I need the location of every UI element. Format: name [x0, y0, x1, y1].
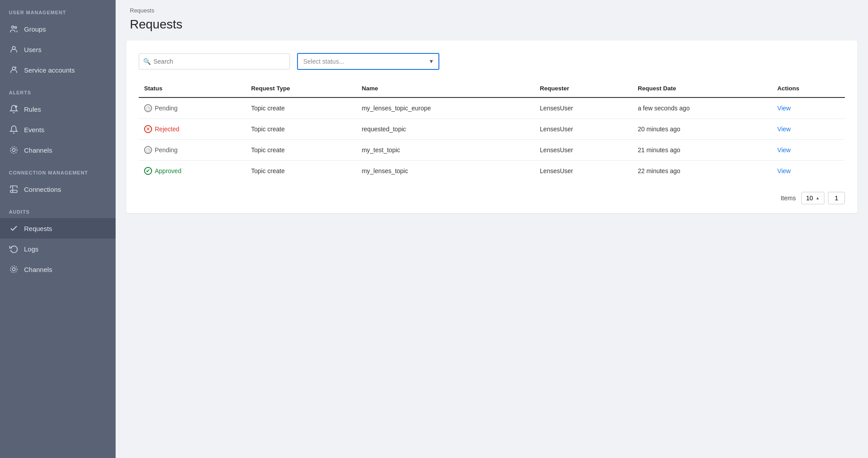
- status-label: Pending: [155, 146, 177, 154]
- sidebar-item-label-events: Events: [24, 126, 44, 134]
- up-down-icon: ▲: [816, 196, 820, 200]
- request-type-cell-0: Topic create: [246, 97, 357, 119]
- status-cell-2: ◷Pending: [139, 140, 246, 161]
- requester-cell-0: LensesUser: [534, 97, 632, 119]
- col-header-name: Name: [356, 81, 534, 97]
- sidebar-item-label-service-accounts: Service accounts: [24, 66, 75, 74]
- sidebar-item-label-requests: Requests: [24, 225, 52, 232]
- table-header-row: StatusRequest TypeNameRequesterRequest D…: [139, 81, 845, 97]
- current-page: 1: [828, 192, 845, 204]
- status-cell-0: ◷Pending: [139, 97, 246, 119]
- channels-icon: [9, 145, 19, 155]
- logs-icon: [9, 244, 19, 254]
- sidebar-item-audit-channels[interactable]: Channels: [0, 259, 116, 280]
- sidebar-item-label-connections: Connections: [24, 186, 61, 193]
- request-type-cell-1: Topic create: [246, 119, 357, 140]
- breadcrumb: Requests: [116, 0, 868, 14]
- table-row: ◷PendingTopic createmy_test_topicLensesU…: [139, 140, 845, 161]
- audit-channels-icon: [9, 264, 19, 274]
- request-type-cell-2: Topic create: [246, 140, 357, 161]
- sidebar-section-connection-management: CONNECTION MANAGEMENT: [0, 160, 116, 179]
- table-body: ◷PendingTopic createmy_lenses_topic_euro…: [139, 97, 845, 181]
- sidebar-section-user-management: USER MANAGEMENT: [0, 0, 116, 19]
- status-label: Rejected: [155, 126, 179, 133]
- users-icon: [9, 45, 19, 54]
- col-header-requester: Requester: [534, 81, 632, 97]
- sidebar-item-rules[interactable]: Rules: [0, 99, 116, 119]
- items-label: Items: [780, 195, 796, 202]
- pagination-row: Items 10 ▲ 1: [139, 192, 845, 204]
- request-type-cell-3: Topic create: [246, 161, 357, 182]
- items-per-page-value: 10: [806, 195, 813, 202]
- request-date-cell-2: 21 minutes ago: [632, 140, 772, 161]
- service-accounts-icon: [9, 65, 19, 75]
- sidebar-item-label-channels: Channels: [24, 146, 52, 154]
- requester-cell-3: LensesUser: [534, 161, 632, 182]
- requester-cell-1: LensesUser: [534, 119, 632, 140]
- sidebar-item-channels[interactable]: Channels: [0, 140, 116, 160]
- svg-point-0: [12, 26, 14, 28]
- sidebar-section-alerts: ALERTS: [0, 80, 116, 99]
- sidebar-item-service-accounts[interactable]: Service accounts: [0, 60, 116, 80]
- sidebar-item-groups[interactable]: Groups: [0, 19, 116, 39]
- table-row: ◷PendingTopic createmy_lenses_topic_euro…: [139, 97, 845, 119]
- rejected-icon: ✕: [144, 125, 152, 133]
- events-icon: [9, 125, 19, 134]
- actions-cell-1: View: [772, 119, 845, 140]
- name-cell-1: requested_topic: [356, 119, 534, 140]
- filters-row: 🔍 Select status...PendingRejectedApprove…: [139, 53, 845, 70]
- pending-icon: ◷: [144, 146, 152, 154]
- sidebar-item-logs[interactable]: Logs: [0, 239, 116, 259]
- col-header-request-date: Request Date: [632, 81, 772, 97]
- status-label: Pending: [155, 105, 177, 112]
- groups-icon: [9, 24, 19, 34]
- sidebar-section-audits: AUDITS: [0, 199, 116, 218]
- sidebar-item-users[interactable]: Users: [0, 39, 116, 60]
- col-header-request-type: Request Type: [246, 81, 357, 97]
- svg-point-6: [11, 147, 17, 154]
- view-link-0[interactable]: View: [777, 105, 791, 112]
- actions-cell-3: View: [772, 161, 845, 182]
- sidebar-item-label-logs: Logs: [24, 245, 39, 253]
- sidebar-item-requests[interactable]: Requests: [0, 218, 116, 239]
- requests-icon: [9, 223, 19, 233]
- col-header-status: Status: [139, 81, 246, 97]
- svg-point-3: [12, 67, 16, 70]
- status-select-wrapper: Select status...PendingRejectedApproved …: [297, 53, 439, 70]
- search-input[interactable]: [139, 53, 290, 69]
- actions-cell-2: View: [772, 140, 845, 161]
- sidebar-item-label-audit-channels: Channels: [24, 266, 52, 273]
- table-row: ✔ApprovedTopic createmy_lenses_topicLens…: [139, 161, 845, 182]
- items-per-page-selector[interactable]: 10 ▲: [801, 192, 825, 204]
- svg-point-2: [12, 46, 16, 49]
- requests-table: StatusRequest TypeNameRequesterRequest D…: [139, 81, 845, 181]
- svg-point-5: [12, 149, 16, 152]
- view-link-3[interactable]: View: [777, 167, 791, 174]
- sidebar-item-events[interactable]: Events: [0, 119, 116, 140]
- sidebar-item-label-users: Users: [24, 46, 41, 53]
- request-date-cell-0: a few seconds ago: [632, 97, 772, 119]
- main-content: Requests Requests 🔍 Select status...Pend…: [116, 0, 868, 458]
- view-link-2[interactable]: View: [777, 146, 791, 154]
- view-link-1[interactable]: View: [777, 126, 791, 133]
- name-cell-0: my_lenses_topic_europe: [356, 97, 534, 119]
- request-date-cell-3: 22 minutes ago: [632, 161, 772, 182]
- content-area: 🔍 Select status...PendingRejectedApprove…: [126, 41, 857, 213]
- svg-point-7: [12, 268, 16, 271]
- sidebar: USER MANAGEMENTGroupsUsersService accoun…: [0, 0, 116, 458]
- svg-point-4: [15, 105, 17, 108]
- table-row: ✕RejectedTopic createrequested_topicLens…: [139, 119, 845, 140]
- name-cell-2: my_test_topic: [356, 140, 534, 161]
- col-header-actions: Actions: [772, 81, 845, 97]
- approved-icon: ✔: [144, 167, 152, 175]
- search-wrapper: 🔍: [139, 53, 290, 69]
- rules-icon: [9, 104, 19, 114]
- status-label: Approved: [155, 167, 181, 174]
- sidebar-item-connections[interactable]: Connections: [0, 179, 116, 199]
- status-cell-3: ✔Approved: [139, 161, 246, 182]
- status-select[interactable]: Select status...PendingRejectedApproved: [297, 53, 439, 70]
- name-cell-3: my_lenses_topic: [356, 161, 534, 182]
- sidebar-item-label-rules: Rules: [24, 105, 41, 113]
- page-title: Requests: [116, 14, 868, 41]
- requester-cell-2: LensesUser: [534, 140, 632, 161]
